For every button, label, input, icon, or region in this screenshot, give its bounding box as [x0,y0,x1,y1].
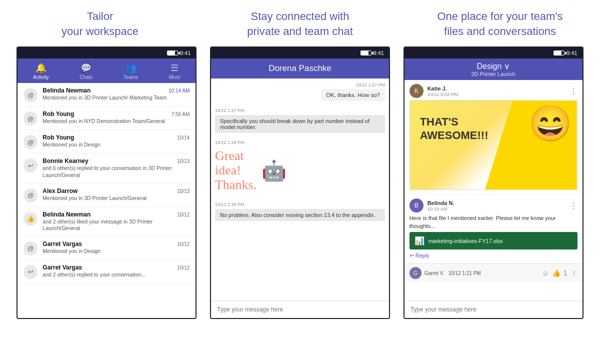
comic-face-icon: 😄 [528,103,572,144]
katie-name-time: Katie J. 10/12 9:02 PM [428,86,566,97]
chat-messages: 10/12 1:27 PM OK, thanks. How so? 10/12 … [211,78,389,300]
activity-desc: and 6 other(s) replied to your conversat… [42,165,190,178]
activity-item[interactable]: @ Garret Vargas 10/12 Mentioned you in D… [18,236,196,260]
more-button-2[interactable]: ⋮ [570,201,578,210]
phone3-input-bar[interactable] [404,300,582,318]
more-button-1[interactable]: ⋮ [570,86,578,96]
phones-row: 9:41 🔔 Activity 💬 Chats 👥 Teams ☰ More @ [0,46,600,364]
activity-type-icon: @ [24,135,38,149]
nav-more[interactable]: ☰ More [165,62,184,81]
phone2-time: 9:41 [374,50,384,56]
activity-time: 10/12 [177,212,190,218]
belinda-time: 10:19 AM [428,206,566,212]
sticker-content: Greatidea!Thanks. 🤖 [215,146,385,195]
activity-time: 10:14 AM [168,88,190,94]
caption1-line1: Tailor [87,10,114,22]
sticker-text: Greatidea!Thanks. [215,149,256,192]
garret-name: Garret V. [424,270,444,276]
channel-subtitle: 3D Printer Launch [410,71,578,77]
phone2-chat-header: Dorena Paschke [211,58,389,78]
like-reaction[interactable]: 👍 [552,269,560,277]
teams-icon: 👥 [126,62,136,74]
nav-chats-label: Chats [80,74,92,80]
phone3-time: 9:41 [566,50,577,56]
nav-teams-label: Teams [124,74,138,80]
chat-system-bubble: No problem. Also consider moving section… [215,209,385,221]
nav-chats[interactable]: 💬 Chats [76,62,96,81]
activity-content: Garret Vargas 10/12 Mentioned you in Des… [42,240,190,255]
more-reactions[interactable]: ⋮ [570,269,578,277]
chat-input[interactable] [217,306,383,313]
nav-more-label: More [169,74,180,80]
emoji-reaction[interactable]: ☺ [542,269,549,277]
activity-item[interactable]: @ Alex Darrow 10/13 Mentioned you in 3D … [18,184,196,207]
activity-name: Rob Young [42,134,74,141]
file-attachment[interactable]: 📊 marketing-initiatives-FY17.xlsx [410,232,578,250]
activity-type-icon: @ [24,112,38,126]
activity-item[interactable]: @ Belinda Newman 10:14 AM Mentioned you … [18,83,196,106]
activity-content: Rob Young 7:56 AM Mentioned you in NYD D… [42,110,190,125]
activity-item[interactable]: ↩ Bonnie Kearney 10/13 and 6 other(s) re… [18,154,196,183]
activity-time: 10/13 [177,188,190,194]
caption-2: Stay connected with private and team cha… [201,9,399,38]
sticker-robot-icon: 🤖 [262,159,286,182]
phone2-status-bar: 9:41 [211,48,389,58]
battery-icon-3 [554,50,564,56]
nav-activity[interactable]: 🔔 Activity [29,62,53,81]
chat-message-sticker: 10/12 1:29 PM Greatidea!Thanks. 🤖 [215,137,385,195]
activity-type-icon: @ [24,88,38,102]
activity-desc: Mentioned you in Design [42,248,190,255]
battery-icon [167,50,178,56]
chat-message-sent: 10/12 1:27 PM OK, thanks. How so? [215,82,385,101]
caption3-line1: One place for your team's [437,10,562,22]
reply-button[interactable]: ↩ Reply [410,252,578,259]
nav-activity-label: Activity [33,74,49,80]
reply-label: ↩ Reply [410,252,430,259]
file-name: marketing-initiatives-FY17.xlsx [428,238,503,244]
chat-contact-name: Dorena Paschke [268,64,332,73]
caption3-line2: files and conversations [444,25,556,38]
activity-icon: 🔔 [36,62,46,74]
activity-time: 10/12 [177,265,190,270]
activity-item[interactable]: @ Rob Young 7:56 AM Mentioned you in NYD… [18,106,196,130]
excel-icon: 📊 [414,236,424,246]
phone1-time: 9:41 [180,50,190,56]
channel-msg-2: B Belinda N. 10:19 AM ⋮ Here is that fil… [404,194,582,264]
phone3-chat-input[interactable] [410,306,576,313]
chat-timestamp: 10/12 1:27 PM [215,108,244,113]
captions-row: Tailor your workspace Stay connected wit… [0,0,600,46]
comic-image: THAT'S AWESOME!!! 😄 [410,100,578,190]
activity-item[interactable]: ↩ Garret Vargas 10/12 and 2 other(s) rep… [18,260,196,284]
chat-timestamp: 10/12 1:29 PM [215,140,244,145]
activity-desc: and 2 other(s) replied to your conversat… [42,272,190,278]
activity-name: Alex Darrow [42,188,78,194]
activity-type-icon: ↩ [24,265,38,279]
activity-item[interactable]: @ Rob Young 10/14 Mentioned you in Desig… [18,130,196,154]
activity-name: Garret Vargas [42,240,82,248]
reaction-count: 1 [564,269,568,277]
garret-avatar: G [410,267,422,279]
caption2-line2: private and team chat [247,25,353,38]
katie-avatar: K [410,84,424,98]
chat-bubble-sent: OK, thanks. How so? [321,89,385,101]
activity-name: Belinda Newman [42,211,90,218]
activity-time: 10/14 [177,135,190,140]
chat-input-bar[interactable] [211,300,389,318]
chat-system-bubble: Specifically you should break down by pa… [215,115,385,133]
activity-desc: and 2 other(s) liked your message in 3D … [42,218,190,232]
activity-desc: Mentioned you in NYD Demonstration Team/… [42,118,190,125]
phone-3: 9:41 Design ∨ 3D Printer Launch K Katie … [404,46,584,319]
activity-content: Belinda Newman 10/12 and 2 other(s) like… [42,211,190,232]
katie-name: Katie J. [428,86,566,92]
activity-type-icon: ↩ [24,158,38,172]
activity-name: Garret Vargas [42,264,82,271]
phone3-status-bar: 9:41 [404,48,582,58]
belinda-avatar: B [410,198,424,212]
more-icon: ☰ [170,62,178,74]
phone1-navigation: 🔔 Activity 💬 Chats 👥 Teams ☰ More [18,58,196,83]
activity-time: 7:56 AM [172,112,190,117]
caption-3: One place for your team's files and conv… [401,9,599,38]
activity-type-icon: @ [24,188,38,202]
activity-item[interactable]: 👍 Belinda Newman 10/12 and 2 other(s) li… [18,207,196,236]
nav-teams[interactable]: 👥 Teams [120,62,142,81]
